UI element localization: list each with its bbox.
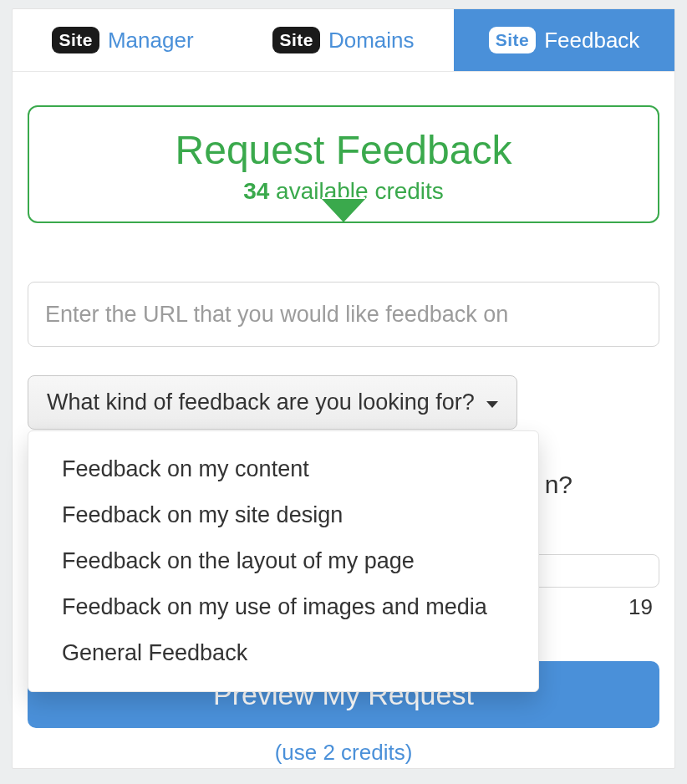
hidden-question-text: n? (545, 471, 572, 499)
request-feedback-title: Request Feedback (46, 127, 641, 173)
dropdown-item[interactable]: General Feedback (28, 630, 538, 676)
caret-down-icon (486, 401, 498, 408)
tab-domains-label: Domains (328, 28, 415, 53)
request-feedback-panel: Request Feedback 34 available credits (28, 105, 659, 223)
dropdown-item[interactable]: Feedback on my use of images and media (28, 584, 538, 630)
feedback-kind-label: What kind of feedback are you looking fo… (47, 389, 475, 415)
feedback-kind-dropdown: What kind of feedback are you looking fo… (28, 375, 517, 430)
tab-manager[interactable]: Site Manager (13, 9, 233, 71)
feedback-kind-menu: Feedback on my content Feedback on my si… (28, 430, 539, 692)
credits-count: 34 (243, 178, 269, 204)
main-tabs: Site Manager Site Domains Site Feedback (13, 9, 674, 72)
feedback-url-input[interactable] (28, 282, 659, 347)
dropdown-item[interactable]: Feedback on my content (28, 446, 538, 492)
tab-manager-label: Manager (108, 28, 194, 53)
site-badge-icon: Site (272, 27, 320, 53)
dropdown-item[interactable]: Feedback on the layout of my page (28, 538, 538, 584)
site-badge-icon: Site (489, 27, 537, 53)
site-badge-icon: Site (52, 27, 99, 53)
panel-arrow-icon (320, 197, 367, 222)
svg-marker-1 (323, 197, 364, 220)
use-credits-link[interactable]: (use 2 credits) (275, 740, 413, 766)
tab-feedback-label: Feedback (544, 28, 639, 53)
char-count: 19 (628, 594, 653, 620)
tab-domains[interactable]: Site Domains (233, 9, 454, 71)
dropdown-item[interactable]: Feedback on my site design (28, 492, 538, 538)
svg-marker-2 (322, 197, 365, 199)
feedback-kind-toggle[interactable]: What kind of feedback are you looking fo… (28, 375, 517, 430)
tab-feedback[interactable]: Site Feedback (454, 9, 674, 71)
